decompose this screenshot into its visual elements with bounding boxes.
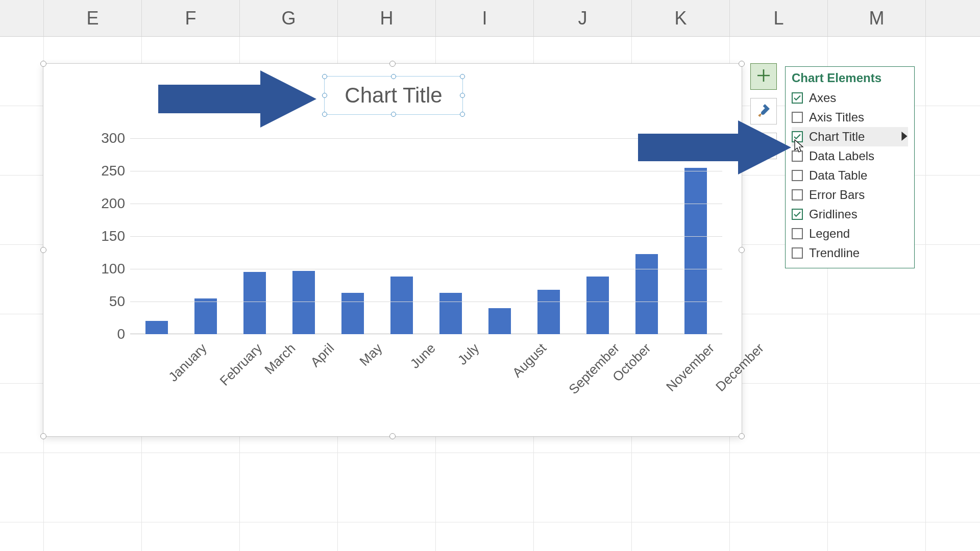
cell[interactable] <box>828 384 926 453</box>
cell[interactable] <box>44 522 142 551</box>
column-headers: EFGHIJKLM <box>0 0 980 37</box>
title-handle[interactable] <box>322 74 327 79</box>
cell[interactable] <box>730 453 828 522</box>
chart-element-item[interactable]: Trendline <box>792 243 908 263</box>
selection-handle[interactable] <box>40 61 46 67</box>
bar[interactable] <box>635 254 658 334</box>
cell[interactable] <box>436 453 534 522</box>
bar[interactable] <box>194 298 217 334</box>
chart-element-item[interactable]: Data Labels <box>792 146 908 166</box>
chart-element-item[interactable]: Axis Titles <box>792 108 908 127</box>
chart-element-item[interactable]: Gridlines <box>792 205 908 224</box>
bar[interactable] <box>684 168 707 334</box>
selection-handle[interactable] <box>739 433 745 439</box>
cell[interactable] <box>240 522 338 551</box>
bar[interactable] <box>537 290 560 334</box>
chart-element-label: Gridlines <box>809 207 857 221</box>
column-header[interactable]: I <box>436 0 534 36</box>
title-handle[interactable] <box>322 93 327 98</box>
cell[interactable] <box>730 522 828 551</box>
column-header[interactable]: M <box>828 0 926 36</box>
cell[interactable] <box>142 453 240 522</box>
plus-icon <box>755 67 772 86</box>
column-header[interactable]: G <box>240 0 338 36</box>
cell[interactable] <box>338 522 436 551</box>
column-header[interactable]: J <box>534 0 632 36</box>
column-header[interactable]: F <box>142 0 240 36</box>
chart-object[interactable]: Chart Title 050100150200250300 JanuaryFe… <box>43 63 742 437</box>
cell[interactable] <box>534 522 632 551</box>
bar[interactable] <box>292 271 315 334</box>
chart-elements-button[interactable] <box>750 63 777 90</box>
cell[interactable] <box>0 384 44 453</box>
cell[interactable] <box>828 522 926 551</box>
checkbox[interactable] <box>792 92 803 104</box>
cell[interactable] <box>0 453 44 522</box>
cell[interactable] <box>436 522 534 551</box>
submenu-arrow-icon[interactable] <box>901 130 908 144</box>
title-handle[interactable] <box>460 74 465 79</box>
selection-handle[interactable] <box>389 61 396 67</box>
plot-area[interactable]: 050100150200250300 <box>130 138 722 334</box>
cell[interactable] <box>828 314 926 383</box>
cell[interactable] <box>0 176 44 244</box>
chart-elements-popup[interactable]: Chart Elements AxesAxis TitlesChart Titl… <box>785 66 915 268</box>
cell[interactable] <box>632 522 730 551</box>
checkbox[interactable] <box>792 170 803 181</box>
popup-title: Chart Elements <box>792 71 908 85</box>
bar[interactable] <box>439 293 462 334</box>
column-header[interactable]: E <box>44 0 142 36</box>
chart-element-item[interactable]: Data Table <box>792 166 908 185</box>
chart-element-item[interactable]: Axes <box>792 88 908 108</box>
column-header[interactable] <box>0 0 44 36</box>
bar[interactable] <box>243 272 266 334</box>
selection-handle[interactable] <box>739 247 745 253</box>
chart-element-item[interactable]: Chart Title <box>792 127 908 146</box>
cell[interactable] <box>142 522 240 551</box>
cell[interactable] <box>632 453 730 522</box>
chart-element-label: Axis Titles <box>809 110 864 124</box>
bar[interactable] <box>145 321 168 334</box>
bar[interactable] <box>341 293 364 334</box>
checkbox[interactable] <box>792 112 803 123</box>
cell[interactable] <box>338 453 436 522</box>
chart-element-item[interactable]: Legend <box>792 224 908 243</box>
column-header[interactable]: L <box>730 0 828 36</box>
selection-handle[interactable] <box>40 433 46 439</box>
checkbox[interactable] <box>792 209 803 220</box>
cell[interactable] <box>534 453 632 522</box>
gridline <box>130 138 722 139</box>
selection-handle[interactable] <box>739 61 745 67</box>
selection-handle[interactable] <box>389 433 396 439</box>
cell[interactable] <box>0 37 44 106</box>
bar[interactable] <box>390 277 413 334</box>
mouse-cursor <box>794 139 804 154</box>
cell[interactable] <box>0 522 44 551</box>
cell[interactable] <box>240 453 338 522</box>
title-handle[interactable] <box>391 74 396 79</box>
cell[interactable] <box>0 245 44 314</box>
y-tick-label: 200 <box>87 195 125 212</box>
cell[interactable] <box>44 453 142 522</box>
cell[interactable] <box>0 314 44 383</box>
cell[interactable] <box>0 106 44 175</box>
chart-title[interactable]: Chart Title <box>324 76 463 115</box>
bar[interactable] <box>488 308 511 334</box>
chart-element-label: Axes <box>809 91 836 105</box>
chart-element-label: Chart Title <box>809 130 865 144</box>
cell[interactable] <box>828 453 926 522</box>
title-handle[interactable] <box>460 112 465 117</box>
title-handle[interactable] <box>391 112 396 117</box>
checkbox[interactable] <box>792 228 803 239</box>
title-handle[interactable] <box>322 112 327 117</box>
chart-element-item[interactable]: Error Bars <box>792 185 908 205</box>
bar[interactable] <box>586 277 609 334</box>
gridline <box>130 236 722 237</box>
title-handle[interactable] <box>460 93 465 98</box>
cell[interactable] <box>730 384 828 453</box>
selection-handle[interactable] <box>40 247 46 253</box>
column-header[interactable]: K <box>632 0 730 36</box>
column-header[interactable]: H <box>338 0 436 36</box>
checkbox[interactable] <box>792 247 803 259</box>
checkbox[interactable] <box>792 189 803 201</box>
